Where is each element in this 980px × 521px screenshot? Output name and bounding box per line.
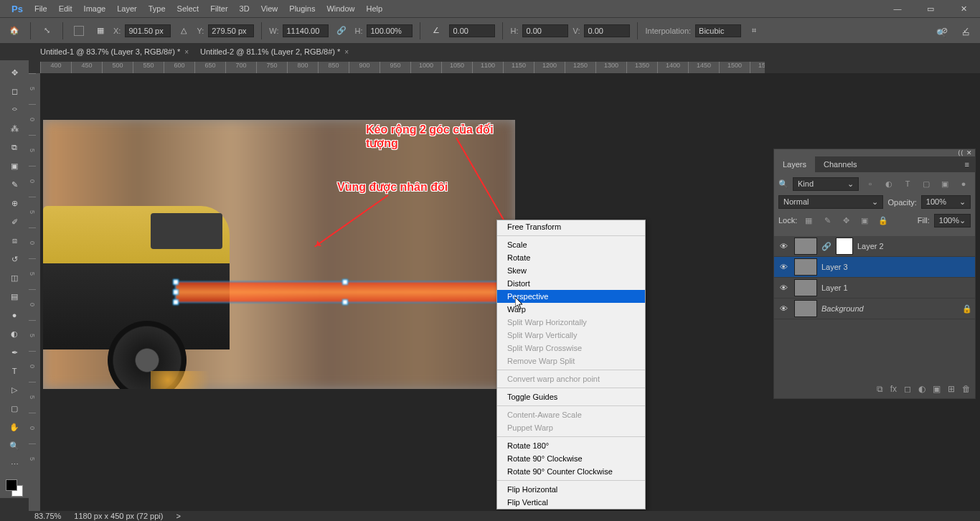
ctx-rotate[interactable]: Rotate xyxy=(497,251,645,264)
layer-row[interactable]: 👁Layer 1 xyxy=(774,278,975,299)
history-brush-tool[interactable]: ↺ xyxy=(4,250,24,268)
skew-h-field[interactable]: 0.00 xyxy=(522,24,568,37)
menu-window[interactable]: Window xyxy=(321,4,360,13)
visibility-icon[interactable]: 👁 xyxy=(777,304,790,313)
transform-handle-ml[interactable] xyxy=(173,289,179,295)
transform-tool-icon[interactable]: ⤡ xyxy=(38,22,55,39)
visibility-icon[interactable]: 👁 xyxy=(777,263,790,271)
ctx-flip-v[interactable]: Flip Vertical xyxy=(497,496,645,509)
transform-handle-tc[interactable] xyxy=(342,279,348,285)
group-icon[interactable]: ▣ xyxy=(933,384,941,394)
artboard[interactable]: Kéo rộng 2 góc của đối tượng Vùng được n… xyxy=(43,120,515,389)
healing-tool[interactable]: ⊕ xyxy=(4,194,24,212)
ruler-vertical[interactable]: 5050505050505 xyxy=(29,73,40,511)
tab-untitled-2[interactable]: Untitled-2 @ 81.1% (Layer 2, RGB/8#) * × xyxy=(194,44,354,59)
menu-edit[interactable]: Edit xyxy=(53,4,78,13)
layer-thumbnail[interactable] xyxy=(794,258,817,276)
menu-help[interactable]: Help xyxy=(361,4,389,13)
stamp-tool[interactable]: ⧇ xyxy=(4,232,24,249)
rotate-field[interactable]: 0.00 xyxy=(449,24,495,37)
ctx-toggle-guides[interactable]: Toggle Guides xyxy=(497,390,645,403)
add-mask-icon[interactable]: ◻ xyxy=(904,384,911,394)
filter-kind-select[interactable]: Kind⌄ xyxy=(793,177,859,191)
lock-all-icon[interactable]: 🔒 xyxy=(876,213,890,227)
close-tab-icon[interactable]: × xyxy=(344,48,349,56)
link-layers-icon[interactable]: ⧉ xyxy=(877,384,883,394)
layer-name[interactable]: Layer 1 xyxy=(821,283,972,292)
filter-adjust-icon[interactable]: ◐ xyxy=(882,177,896,191)
layer-name[interactable]: Layer 2 xyxy=(857,242,972,250)
w-field[interactable]: 11140.00 xyxy=(283,24,329,37)
lasso-tool[interactable]: ⌔ xyxy=(4,101,24,118)
ctx-perspective[interactable]: Perspective xyxy=(497,290,645,303)
layer-thumbnail[interactable] xyxy=(794,238,817,255)
layer-name[interactable]: Layer 3 xyxy=(821,263,972,271)
home-icon[interactable]: 🏠 xyxy=(6,22,23,39)
gradient-tool[interactable]: ▤ xyxy=(4,288,24,305)
layer-mask[interactable] xyxy=(836,238,853,255)
lock-artboard-icon[interactable]: ▣ xyxy=(857,213,872,227)
transform-handle-tl[interactable] xyxy=(173,279,179,285)
interpolation-select[interactable]: Bicubic xyxy=(695,24,741,37)
zoom-level[interactable]: 83.75% xyxy=(34,512,61,520)
visibility-icon[interactable]: 👁 xyxy=(777,242,790,250)
layer-thumbnail[interactable] xyxy=(794,279,817,296)
layer-fx-icon[interactable]: fx xyxy=(890,384,897,394)
reference-point-icon[interactable] xyxy=(70,22,88,39)
window-minimize[interactable]: — xyxy=(881,0,914,17)
opacity-field[interactable]: 100%⌄ xyxy=(921,195,971,209)
ctx-rotate-180[interactable]: Rotate 180° xyxy=(497,439,645,452)
blend-mode-select[interactable]: Normal⌄ xyxy=(778,195,883,209)
brush-tool[interactable]: ✐ xyxy=(4,213,24,230)
ctx-scale[interactable]: Scale xyxy=(497,238,645,251)
window-close[interactable]: ✕ xyxy=(947,0,980,17)
doc-dimensions[interactable]: 1180 px x 450 px (72 ppi) xyxy=(74,512,163,520)
visibility-icon[interactable]: 👁 xyxy=(777,283,790,292)
link-icon[interactable]: 🔗 xyxy=(333,22,350,39)
blur-tool[interactable]: ● xyxy=(4,306,24,324)
lock-position-icon[interactable]: ✥ xyxy=(839,213,853,227)
tab-layers[interactable]: Layers xyxy=(774,156,815,172)
color-swatches[interactable] xyxy=(4,478,24,498)
marquee-tool[interactable]: ◻ xyxy=(4,83,24,100)
y-field[interactable]: 279.50 px xyxy=(208,24,254,37)
ctx-distort[interactable]: Distort xyxy=(497,277,645,290)
filter-toggle-icon[interactable]: ● xyxy=(956,177,971,191)
new-layer-icon[interactable]: ⊞ xyxy=(948,384,955,394)
frame-tool[interactable]: ▣ xyxy=(4,157,24,174)
hand-tool[interactable]: ✋ xyxy=(4,418,24,436)
x-field[interactable]: 901.50 px xyxy=(125,24,171,37)
eraser-tool[interactable]: ◫ xyxy=(4,269,24,286)
shape-tool[interactable]: ▢ xyxy=(4,400,24,417)
fill-field[interactable]: 100%⌄ xyxy=(934,214,971,227)
status-arrow-icon[interactable]: > xyxy=(176,512,180,520)
layer-row[interactable]: 👁Layer 3 xyxy=(774,257,975,278)
path-select-tool[interactable]: ▷ xyxy=(4,381,24,398)
eyedropper-tool[interactable]: ✎ xyxy=(4,176,24,193)
menu-type[interactable]: Type xyxy=(143,4,171,13)
tab-untitled-1[interactable]: Untitled-1 @ 83.7% (Layer 3, RGB/8#) * × xyxy=(34,44,194,59)
adjustment-icon[interactable]: ◐ xyxy=(918,384,925,394)
menu-view[interactable]: View xyxy=(255,4,284,13)
lock-transparency-icon[interactable]: ▦ xyxy=(801,213,816,227)
lock-pixels-icon[interactable]: ✎ xyxy=(820,213,834,227)
ctx-flip-h[interactable]: Flip Horizontal xyxy=(497,483,645,496)
menu-select[interactable]: Select xyxy=(171,4,205,13)
filter-type-icon[interactable]: T xyxy=(900,177,915,191)
filter-smart-icon[interactable]: ▣ xyxy=(938,177,952,191)
filter-shape-icon[interactable]: ▢ xyxy=(919,177,933,191)
delete-layer-icon[interactable]: 🗑 xyxy=(962,384,971,394)
transform-selection[interactable] xyxy=(175,281,515,303)
move-tool[interactable]: ✥ xyxy=(4,64,24,81)
skew-v-field[interactable]: 0.00 xyxy=(584,24,630,37)
ctx-free-transform[interactable]: Free Transform xyxy=(497,220,645,233)
collapse-panel-icon[interactable]: ⟨⟨ xyxy=(958,149,963,156)
pen-tool[interactable]: ✒ xyxy=(4,344,24,361)
edit-toolbar[interactable]: ⋯ xyxy=(4,456,24,473)
ruler-horizontal[interactable]: 4004505005506006507007508008509009501000… xyxy=(40,62,765,73)
menu-image[interactable]: Image xyxy=(78,4,112,13)
tab-channels[interactable]: Channels xyxy=(815,156,865,172)
menu-filter[interactable]: Filter xyxy=(204,4,233,13)
filter-pixel-icon[interactable]: ▫ xyxy=(863,177,877,191)
close-tab-icon[interactable]: × xyxy=(184,48,189,56)
